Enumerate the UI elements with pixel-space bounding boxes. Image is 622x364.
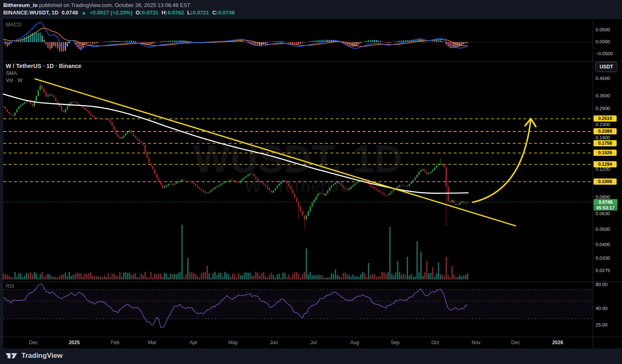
- publish-info: published on TradingView.com, October 26…: [38, 2, 191, 8]
- symbol-name: BINANCE:WUSDT, 1D: [3, 9, 59, 16]
- currency-toggle-button[interactable]: USDT: [595, 62, 617, 72]
- low-value: 0.0721: [193, 9, 209, 16]
- main-pane-title[interactable]: W / TetherUS · 1D · Binance: [6, 63, 81, 69]
- author-name: Bithereum_io: [3, 2, 38, 8]
- open-value: 0.0731: [142, 9, 158, 16]
- open-label: O:: [136, 9, 141, 16]
- volume-indicator-label[interactable]: Vol · W: [6, 77, 22, 83]
- publish-byline: Bithereum_io published on TradingView.co…: [3, 2, 191, 8]
- tradingview-published-chart: WUSDT, 1DW / TetherUS Bithereum_io publi…: [0, 0, 622, 364]
- macd-pane-title[interactable]: MACD: [6, 21, 21, 28]
- tradingview-logo-text: TradingView: [21, 352, 63, 360]
- symbol-ohlc-row: BINANCE:WUSDT, 1D 0.0748 ▲ +0.0017 (+2.3…: [3, 9, 236, 16]
- tradingview-brand[interactable]: TradingView: [6, 352, 63, 360]
- watermark-name: W / TetherUS: [245, 176, 351, 196]
- high-value: 0.0762: [167, 9, 184, 16]
- rsi-pane-title[interactable]: RSI: [6, 283, 14, 289]
- price-change: +0.0017 (+2.33%): [90, 9, 132, 16]
- footer-bar: TradingView: [0, 348, 622, 364]
- close-value: 0.0748: [218, 9, 235, 16]
- up-arrow-icon: ▲: [81, 9, 87, 16]
- current-price-label: 0.0748 05:53:17: [594, 199, 617, 211]
- current-price-value: 0.0748: [594, 199, 617, 205]
- header: Bithereum_io published on TradingView.co…: [0, 0, 622, 18]
- low-label: L:: [187, 9, 192, 16]
- bar-countdown: 05:53:17: [594, 205, 617, 211]
- tradingview-logo-icon: [6, 352, 18, 360]
- last-price: 0.0748: [61, 9, 78, 16]
- sma-indicator-label[interactable]: SMA: [6, 70, 17, 76]
- close-label: C:: [212, 9, 218, 16]
- chart-canvas[interactable]: WUSDT, 1DW / TetherUS: [0, 0, 622, 364]
- high-label: H:: [162, 9, 167, 16]
